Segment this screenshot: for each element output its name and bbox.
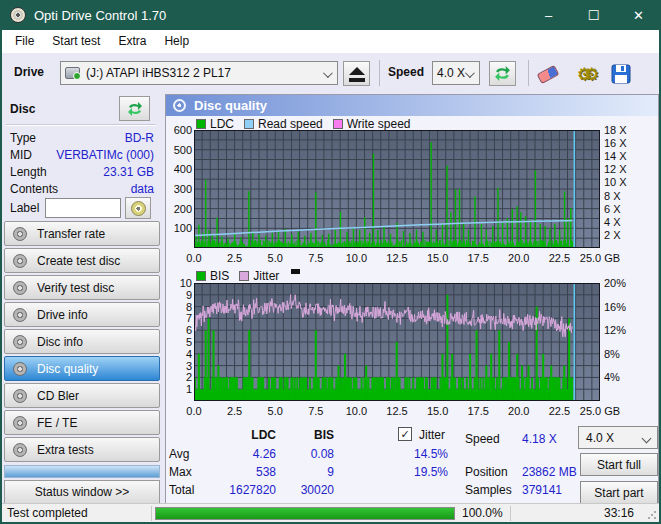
axis-tick: 9 [167, 289, 192, 301]
chevron-down-icon [465, 68, 475, 78]
settings-button[interactable]: ⚙⚙ [572, 62, 596, 86]
avg-ldc-value: 4.26 [226, 447, 276, 461]
eject-button[interactable] [343, 61, 370, 86]
legend-label: LDC [210, 117, 234, 131]
maximize-button[interactable]: ☐ [571, 0, 616, 30]
drive-label: Drive [14, 65, 44, 79]
speed-label: Speed [388, 65, 424, 79]
label-field-caption: Label [10, 201, 39, 215]
disc-row-label: MID [10, 148, 32, 162]
max-bis-value: 9 [286, 465, 334, 479]
sidebar-item-create-test-disc[interactable]: Create test disc [4, 248, 160, 273]
start-full-button[interactable]: Start full [580, 453, 658, 476]
status-window-label: Status window >> [35, 485, 130, 499]
legend-marker [291, 269, 300, 274]
progress-fill [156, 508, 454, 519]
refresh-drives-button[interactable] [489, 61, 516, 86]
divider [6, 124, 156, 126]
axis-tick: 100 [167, 222, 192, 234]
eraser-icon [537, 64, 560, 83]
refresh-icon [494, 65, 511, 82]
erase-disc-button[interactable] [536, 62, 560, 86]
disc-icon [13, 227, 27, 241]
legend-swatch-bis [196, 271, 206, 281]
total-row-label: Total [169, 483, 194, 497]
axis-tick: 6 [167, 324, 192, 336]
jitter-column-header: Jitter [419, 428, 445, 442]
max-row-label: Max [169, 465, 192, 479]
disc-row-contents: Contentsdata [10, 180, 154, 197]
close-button[interactable]: ✕ [616, 0, 661, 30]
progress-bar [155, 507, 455, 520]
max-ldc-value: 538 [226, 465, 276, 479]
sidebar-item-drive-info[interactable]: Drive info [4, 302, 160, 327]
samples-stat-label: Samples [465, 483, 512, 497]
sidebar-item-cd-bler[interactable]: CD Bler [4, 383, 160, 408]
speed-select-value: 4.0 X [437, 66, 465, 80]
window-title: Opti Drive Control 1.70 [34, 8, 166, 23]
disc-row-type: TypeBD-R [10, 129, 154, 146]
axis-tick: 18 X [604, 124, 627, 136]
sidebar-item-transfer-rate[interactable]: Transfer rate [4, 221, 160, 246]
ldc-read-write-chart [194, 130, 600, 248]
resize-grip[interactable] [647, 510, 657, 520]
sidebar-item-label: FE / TE [37, 416, 77, 430]
disc-row-length: Length23.31 GB [10, 163, 154, 180]
axis-tick: 10 [167, 277, 192, 289]
minimize-button[interactable]: – [526, 0, 571, 30]
menu-item-file[interactable]: File [6, 31, 43, 51]
bis-jitter-chart [194, 283, 600, 401]
axis-tick: 10 X [604, 176, 627, 188]
chart2-legend: BISJitter [196, 269, 300, 282]
disc-icon [173, 99, 186, 112]
axis-tick: 5 [167, 336, 192, 348]
axis-tick: 25.0 GB [574, 252, 626, 264]
disc-label-button[interactable] [125, 197, 151, 219]
disc-row-mid: MIDVERBATIMc (000) [10, 146, 154, 163]
jitter-checkbox[interactable]: ✓ [398, 427, 412, 441]
sidebar-item-extra-tests[interactable]: Extra tests [4, 437, 160, 462]
axis-tick: 2 [167, 371, 192, 383]
menu-item-extra[interactable]: Extra [109, 31, 155, 51]
chevron-down-icon [642, 434, 652, 444]
save-button[interactable] [609, 62, 633, 86]
divider [510, 506, 511, 521]
speed-stat-value: 4.18 X [522, 432, 557, 446]
save-icon [610, 63, 632, 85]
axis-tick: 4% [604, 371, 620, 383]
sidebar-buttons: Transfer rateCreate test discVerify test… [4, 221, 160, 464]
menu-item-start-test[interactable]: Start test [43, 31, 109, 51]
sidebar-item-disc-info[interactable]: Disc info [4, 329, 160, 354]
sidebar-item-verify-test-disc[interactable]: Verify test disc [4, 275, 160, 300]
status-text: Test completed [7, 506, 88, 520]
sidebar-item-fe-te[interactable]: FE / TE [4, 410, 160, 435]
axis-tick: 300 [167, 183, 192, 195]
label-input[interactable] [45, 198, 121, 218]
speed-select[interactable]: 4.0 X [432, 61, 480, 85]
eject-icon [349, 67, 365, 75]
sidebar-item-label: Verify test disc [37, 281, 114, 295]
total-ldc-value: 1627820 [226, 483, 276, 497]
disc-icon [13, 443, 27, 457]
axis-tick: 8% [604, 348, 620, 360]
label-row: Label [10, 197, 154, 219]
axis-tick: 12 X [604, 163, 627, 175]
menu-bar: FileStart testExtraHelp [0, 30, 661, 53]
test-speed-select[interactable]: 4.0 X [578, 426, 658, 449]
position-stat-value: 23862 MB [522, 465, 577, 479]
sidebar-item-disc-quality[interactable]: Disc quality [4, 356, 160, 381]
speed-stat-label: Speed [465, 432, 500, 446]
app-window: Opti Drive Control 1.70 – ☐ ✕ FileStart … [0, 0, 661, 524]
axis-tick: 20% [604, 277, 626, 289]
sidebar-item-label: Drive info [37, 308, 88, 322]
drive-select[interactable]: (J:) ATAPI iHBS312 2 PL17 [60, 61, 338, 85]
disc-refresh-button[interactable] [119, 96, 150, 121]
menu-item-help[interactable]: Help [155, 31, 198, 51]
sidebar: Disc TypeBD-RMIDVERBATIMc (000)Length23.… [2, 94, 162, 505]
drive-icon [65, 67, 80, 79]
legend-label: Jitter [253, 269, 279, 283]
axis-tick: 500 [167, 144, 192, 156]
status-window-button[interactable]: Status window >> [4, 480, 160, 504]
avg-row-label: Avg [169, 447, 189, 461]
start-part-button[interactable]: Start part [580, 481, 658, 504]
